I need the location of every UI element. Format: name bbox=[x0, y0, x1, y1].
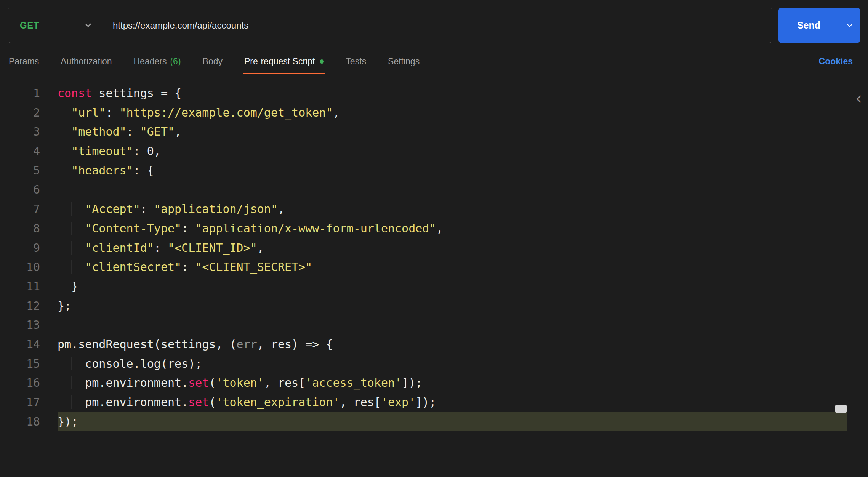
tab-count-badge: (6) bbox=[170, 56, 181, 67]
code-token: } bbox=[71, 280, 78, 293]
code-line-13[interactable] bbox=[58, 315, 847, 335]
line-number: 6 bbox=[0, 180, 40, 200]
code-token: : bbox=[181, 260, 195, 274]
tab-bar: ParamsAuthorizationHeaders(6)BodyPre-req… bbox=[0, 49, 868, 74]
line-number: 4 bbox=[0, 142, 40, 161]
code-line-3[interactable]: "method": "GET", bbox=[58, 122, 847, 142]
code-line-12[interactable]: }; bbox=[58, 296, 847, 316]
tab-label: Authorization bbox=[61, 56, 112, 67]
tab-settings[interactable]: Settings bbox=[388, 49, 420, 74]
code-token: , bbox=[175, 125, 181, 138]
indent-guide bbox=[71, 376, 85, 389]
code-line-11[interactable]: } bbox=[58, 277, 847, 296]
collapse-panel-icon[interactable]: ‹ bbox=[855, 90, 862, 107]
code-token: }); bbox=[58, 415, 78, 428]
code-token: "GET" bbox=[140, 125, 175, 138]
line-number: 2 bbox=[0, 103, 40, 123]
line-number: 5 bbox=[0, 161, 40, 181]
line-number: 14 bbox=[0, 335, 40, 354]
send-button-main[interactable]: Send bbox=[778, 8, 839, 43]
pre-request-script-editor[interactable]: 123456789101112131415161718 const settin… bbox=[0, 74, 868, 431]
unsaved-changes-dot-icon bbox=[320, 59, 324, 64]
send-button[interactable]: Send bbox=[778, 8, 860, 43]
line-number: 8 bbox=[0, 219, 40, 238]
code-token: set bbox=[188, 395, 209, 409]
url-input[interactable] bbox=[102, 8, 772, 43]
indent-guide bbox=[71, 395, 85, 409]
line-number: 18 bbox=[0, 412, 40, 432]
code-token: ]); bbox=[402, 376, 422, 389]
line-number-gutter: 123456789101112131415161718 bbox=[0, 84, 40, 431]
scrollbar-thumb[interactable] bbox=[835, 405, 847, 413]
code-token: , res[ bbox=[264, 376, 305, 389]
indent-guide bbox=[58, 357, 71, 370]
code-token: settings = { bbox=[92, 86, 181, 100]
code-line-9[interactable]: "clientId": "<CLIENT_ID>", bbox=[58, 238, 847, 258]
code-token: , bbox=[333, 106, 340, 119]
code-token: , res[ bbox=[340, 395, 381, 409]
code-token: "<CLIENT_ID>" bbox=[168, 241, 257, 255]
code-token: , bbox=[278, 202, 285, 216]
code-token: 'token_expiration' bbox=[216, 395, 340, 409]
code-token: 'exp' bbox=[381, 395, 415, 409]
code-line-17[interactable]: pm.environment.set('token_expiration', r… bbox=[58, 393, 847, 412]
code-area[interactable]: const settings = { "url": "https://examp… bbox=[58, 84, 847, 431]
chevron-down-icon bbox=[847, 21, 852, 27]
line-number: 16 bbox=[0, 373, 40, 393]
send-options-button[interactable] bbox=[839, 8, 860, 43]
code-line-1[interactable]: const settings = { bbox=[58, 84, 847, 103]
line-number: 9 bbox=[0, 238, 40, 258]
tab-authorization[interactable]: Authorization bbox=[61, 49, 112, 74]
code-line-2[interactable]: "url": "https://example.com/get_token", bbox=[58, 103, 847, 123]
indent-guide bbox=[58, 376, 71, 389]
tab-label: Pre-request Script bbox=[244, 56, 315, 67]
code-token: }; bbox=[58, 299, 71, 312]
indent-guide bbox=[71, 260, 85, 274]
code-line-6[interactable] bbox=[58, 180, 847, 200]
tab-tests[interactable]: Tests bbox=[346, 49, 366, 74]
method-dropdown[interactable]: GET bbox=[8, 8, 102, 43]
indent-guide bbox=[58, 202, 71, 216]
request-bar: GET Send bbox=[0, 0, 868, 43]
tab-params[interactable]: Params bbox=[9, 49, 39, 74]
line-number: 1 bbox=[0, 84, 40, 103]
line-number: 12 bbox=[0, 296, 40, 316]
tab-label: Body bbox=[203, 56, 223, 67]
indent-guide bbox=[58, 260, 71, 274]
code-token: console.log(res); bbox=[85, 357, 202, 370]
code-token: : bbox=[140, 202, 154, 216]
tab-pre-request-script[interactable]: Pre-request Script bbox=[244, 49, 324, 74]
line-number: 7 bbox=[0, 200, 40, 219]
code-token: : { bbox=[133, 164, 154, 177]
code-line-7[interactable]: "Accept": "application/json", bbox=[58, 200, 847, 219]
code-token: "<CLIENT_SECRET>" bbox=[195, 260, 312, 274]
code-token: "application/x-www-form-urlencoded" bbox=[195, 222, 436, 235]
code-line-10[interactable]: "clientSecret": "<CLIENT_SECRET>" bbox=[58, 258, 847, 277]
line-number: 17 bbox=[0, 393, 40, 412]
tab-label: Params bbox=[9, 56, 39, 67]
indent-guide bbox=[71, 357, 85, 370]
code-token: "Accept" bbox=[85, 202, 140, 216]
code-line-4[interactable]: "timeout": 0, bbox=[58, 142, 847, 161]
code-token: "clientSecret" bbox=[85, 260, 181, 274]
code-line-14[interactable]: pm.sendRequest(settings, (err, res) => { bbox=[58, 335, 847, 354]
code-line-15[interactable]: console.log(res); bbox=[58, 354, 847, 374]
code-token: , bbox=[436, 222, 443, 235]
tab-body[interactable]: Body bbox=[203, 49, 223, 74]
code-token: : bbox=[127, 125, 140, 138]
code-line-18[interactable]: }); bbox=[58, 412, 847, 432]
code-line-16[interactable]: pm.environment.set('token', res['access_… bbox=[58, 373, 847, 393]
code-token: "timeout" bbox=[71, 144, 133, 158]
cookies-link[interactable]: Cookies bbox=[819, 56, 853, 67]
code-token: : 0, bbox=[133, 144, 161, 158]
code-token: set bbox=[188, 376, 209, 389]
code-token: "url" bbox=[71, 106, 106, 119]
code-line-5[interactable]: "headers": { bbox=[58, 161, 847, 181]
request-panel: GET Send ParamsAuthorizationHeaders(6)Bo… bbox=[0, 0, 868, 431]
code-line-8[interactable]: "Content-Type": "application/x-www-form-… bbox=[58, 219, 847, 238]
code-token: 'access_token' bbox=[305, 376, 402, 389]
tab-headers[interactable]: Headers(6) bbox=[134, 49, 181, 74]
code-token: ( bbox=[209, 395, 216, 409]
line-number: 3 bbox=[0, 122, 40, 142]
indent-guide bbox=[58, 395, 71, 409]
